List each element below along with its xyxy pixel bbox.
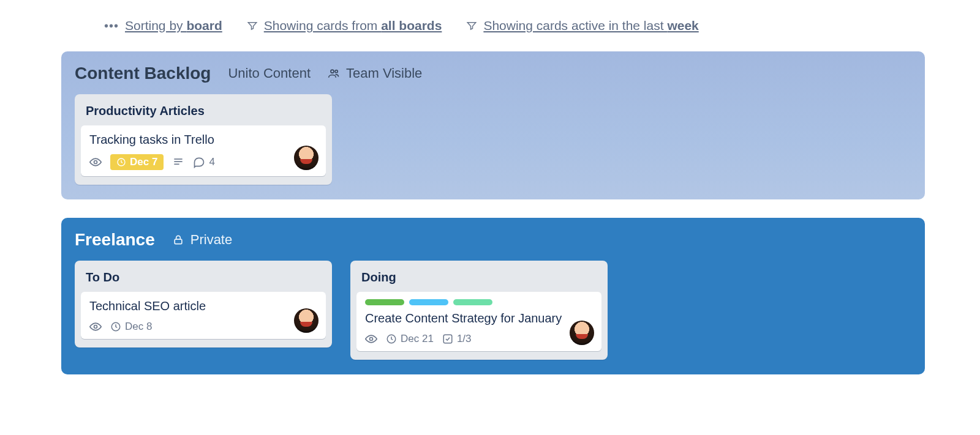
filter-active-prefix: Showing cards active in the last [483, 18, 667, 32]
watch-icon [365, 333, 377, 345]
filter-boards-value: all boards [381, 18, 442, 32]
comments-count: 4 [209, 156, 214, 168]
card[interactable]: Tracking tasks in Trello Dec 7 4 [81, 125, 326, 176]
board-visibility-label: Team Visible [346, 65, 422, 81]
board-freelance: Freelance Private To Do Technical SEO ar… [61, 218, 925, 374]
board-visibility-label: Private [190, 232, 232, 248]
avatar[interactable] [294, 308, 318, 333]
due-date: Dec 7 [130, 156, 157, 168]
svg-point-8 [94, 325, 97, 329]
card-badges: Dec 21 1/3 [365, 333, 593, 345]
board-lists: Productivity Articles Tracking tasks in … [75, 94, 911, 185]
filter-bar: ••• Sorting by board Showing cards from … [0, 12, 980, 51]
filter-sort[interactable]: ••• Sorting by board [104, 18, 222, 33]
due-date: Dec 8 [125, 321, 152, 333]
card[interactable]: Technical SEO article Dec 8 [81, 292, 326, 339]
avatar[interactable] [570, 321, 594, 345]
label-chip[interactable] [409, 299, 448, 305]
due-date: Dec 21 [401, 333, 434, 345]
label-chip[interactable] [453, 299, 492, 305]
svg-point-2 [94, 161, 97, 164]
checklist-badge: 1/3 [442, 333, 472, 345]
board-content-backlog: Content Backlog Unito Content Team Visib… [61, 51, 925, 199]
svg-rect-7 [175, 239, 182, 244]
card-labels [365, 299, 593, 305]
card-title: Create Content Strategy for January [365, 311, 593, 325]
avatar[interactable] [294, 146, 318, 170]
watch-icon [89, 156, 102, 168]
list-title[interactable]: Productivity Articles [81, 100, 326, 125]
due-badge: Dec 7 [110, 154, 164, 170]
due-badge: Dec 8 [110, 321, 152, 333]
card[interactable]: Create Content Strategy for January Dec … [356, 292, 601, 351]
board-lists: To Do Technical SEO article Dec 8 Doing [75, 261, 911, 360]
card-title: Technical SEO article [89, 299, 317, 313]
board-header: Content Backlog Unito Content Team Visib… [75, 64, 911, 83]
card-badges: Dec 7 4 [89, 154, 317, 170]
filter-active-value: week [667, 18, 698, 32]
list-title[interactable]: Doing [356, 267, 601, 292]
filter-sort-prefix: Sorting by [125, 18, 186, 32]
watch-icon [89, 321, 102, 333]
description-icon [172, 156, 184, 168]
filter-sort-value: board [186, 18, 222, 32]
label-chip[interactable] [365, 299, 404, 305]
board-title[interactable]: Content Backlog [75, 64, 211, 83]
comments-badge: 4 [193, 156, 214, 168]
svg-point-1 [335, 70, 337, 73]
list-productivity-articles: Productivity Articles Tracking tasks in … [75, 94, 332, 185]
board-title[interactable]: Freelance [75, 230, 155, 250]
board-team[interactable]: Unito Content [228, 65, 311, 81]
svg-point-10 [370, 338, 373, 341]
card-badges: Dec 8 [89, 321, 317, 333]
list-title[interactable]: To Do [81, 267, 326, 292]
svg-point-0 [331, 70, 334, 73]
card-title: Tracking tasks in Trello [89, 133, 317, 147]
filter-active[interactable]: Showing cards active in the last week [466, 18, 698, 33]
board-visibility[interactable]: Private [172, 232, 232, 248]
team-icon [328, 67, 340, 80]
svg-rect-12 [443, 335, 452, 343]
due-badge: Dec 21 [386, 333, 434, 345]
more-icon: ••• [104, 19, 119, 33]
filter-boards[interactable]: Showing cards from all boards [247, 18, 442, 33]
list-doing: Doing Create Content Strategy for Januar… [350, 261, 608, 360]
board-header: Freelance Private [75, 230, 911, 250]
checklist-count: 1/3 [457, 333, 472, 345]
list-to-do: To Do Technical SEO article Dec 8 [75, 261, 332, 348]
filter-boards-prefix: Showing cards from [264, 18, 381, 32]
filter-icon [247, 20, 258, 31]
board-visibility[interactable]: Team Visible [328, 65, 422, 81]
lock-icon [172, 234, 184, 246]
filter-icon [466, 20, 477, 31]
